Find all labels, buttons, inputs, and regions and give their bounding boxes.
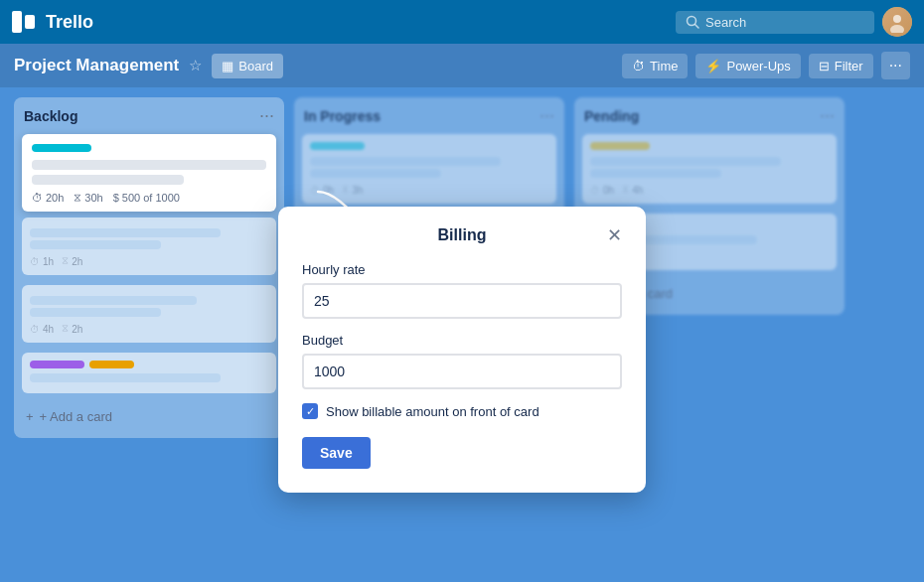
- add-card-backlog[interactable]: + + Add a card: [22, 403, 276, 430]
- card-effort-value: 30h: [84, 192, 102, 204]
- card-budget-value: 500 of 1000: [122, 192, 180, 204]
- board-view-button[interactable]: ▦ Board: [212, 54, 283, 78]
- effort-icon: ⧖: [74, 191, 81, 204]
- avatar-person-icon: [886, 11, 908, 33]
- ph-meta-2: ⧖ 2h: [62, 255, 82, 267]
- app-logo[interactable]: Trello: [12, 11, 93, 33]
- filter-icon: ⊟: [819, 59, 830, 73]
- filter-button[interactable]: ⊟ Filter: [809, 54, 873, 78]
- board-nav-right: ⏱ Time ⚡ Power-Ups ⊟ Filter ···: [622, 52, 910, 79]
- trello-logo-icon: [12, 11, 40, 33]
- ph-effort-icon-2: ⧖: [62, 323, 69, 335]
- lightning-icon: ⚡: [705, 59, 721, 73]
- column-in-progress-menu[interactable]: ···: [539, 105, 554, 126]
- budget-input[interactable]: [302, 354, 622, 389]
- budget-label: Budget: [302, 333, 622, 348]
- ph-footer-ip: ⏱ 0h ⧖ 3h: [310, 184, 548, 196]
- save-button[interactable]: Save: [302, 437, 371, 469]
- card-label-ip: [310, 142, 365, 150]
- app-name: Trello: [46, 12, 93, 33]
- ph-meta-1: ⏱ 1h: [30, 255, 54, 267]
- column-pending-header: Pending ···: [582, 105, 837, 128]
- hourly-rate-label: Hourly rate: [302, 262, 622, 277]
- column-pending-menu[interactable]: ···: [820, 105, 835, 126]
- powerups-button[interactable]: ⚡ Power-Ups: [695, 54, 800, 78]
- ph-effort-icon: ⧖: [62, 255, 69, 267]
- ph-time: 1h: [43, 256, 54, 267]
- card-label-orange: [89, 361, 134, 368]
- checkbox-label: Show billable amount on front of card: [326, 404, 539, 419]
- board-icon: ▦: [222, 59, 233, 73]
- hourly-rate-input[interactable]: [302, 283, 622, 319]
- svg-point-3: [890, 25, 904, 33]
- powerups-label: Power-Ups: [726, 59, 790, 73]
- ph-meta-ip1: ⏱ 0h: [310, 184, 334, 196]
- card-backlog-4[interactable]: [22, 353, 276, 393]
- card-effort-meta: ⧖ 30h: [74, 191, 102, 204]
- card-backlog-2[interactable]: ⏱ 1h ⧖ 2h: [22, 218, 276, 275]
- time-button[interactable]: ⏱ Time: [622, 54, 688, 78]
- ph-row-ip2: [310, 169, 441, 178]
- ph-footer-1: ⏱ 1h ⧖ 2h: [30, 255, 268, 267]
- ph-meta-p1: ⏱ 0h: [590, 184, 614, 196]
- card-label-cyan: [32, 144, 91, 152]
- ph-row-p2: [590, 169, 721, 178]
- ph-effort: 2h: [72, 256, 82, 267]
- column-backlog-title: Backlog: [24, 108, 77, 124]
- board-title: Project Management: [14, 56, 179, 75]
- clock-small-icon: ⏱: [32, 192, 43, 204]
- card-time-value: 20h: [46, 192, 64, 204]
- card-ip-1[interactable]: ⏱ 0h ⧖ 3h: [302, 134, 556, 204]
- clock-icon: ⏱: [632, 59, 645, 73]
- search-bar[interactable]: Search: [676, 11, 874, 34]
- card-p-1[interactable]: ⏱ 0h ⧖ 4h: [582, 134, 837, 204]
- modal-title: Billing: [438, 226, 487, 244]
- billing-modal: Billing ✕ Hourly rate Budget ✓ Show bill…: [278, 207, 646, 493]
- show-billable-checkbox[interactable]: ✓: [302, 403, 318, 419]
- ph-effort-2: 2h: [72, 324, 82, 335]
- time-label: Time: [650, 59, 678, 73]
- board-label: Board: [238, 59, 273, 73]
- card-text-1: [32, 160, 266, 170]
- board-area: Backlog ··· ⏱ 20h ⧖ 30h $ 500 of 1000: [0, 87, 924, 582]
- checkmark-icon: ✓: [306, 405, 315, 418]
- ph-row-2: [30, 240, 161, 249]
- star-icon[interactable]: ☆: [189, 57, 202, 74]
- ph-row-ip1: [310, 157, 501, 166]
- ph-row-3: [30, 296, 197, 305]
- ph-footer-2: ⏱ 4h ⧖ 2h: [30, 323, 268, 335]
- add-card-label: + Add a card: [40, 409, 112, 424]
- ph-row-5: [30, 373, 221, 382]
- ph-row-p1: [590, 157, 781, 166]
- search-icon: [686, 15, 699, 29]
- search-label: Search: [705, 15, 746, 30]
- ph-meta-4: ⧖ 2h: [62, 323, 82, 335]
- card-budget-meta: $ 500 of 1000: [113, 192, 180, 204]
- modal-close-button[interactable]: ✕: [607, 226, 622, 244]
- more-options-button[interactable]: ···: [881, 52, 910, 79]
- card-footer: ⏱ 20h ⧖ 30h $ 500 of 1000: [32, 191, 266, 204]
- card-backlog-3[interactable]: ⏱ 4h ⧖ 2h: [22, 285, 276, 343]
- modal-header: Billing ✕: [302, 226, 622, 244]
- column-backlog-menu[interactable]: ···: [259, 105, 274, 126]
- ph-meta-3: ⏱ 4h: [30, 323, 54, 335]
- dollar-icon: $: [113, 192, 119, 204]
- card-label-yellow: [590, 142, 650, 150]
- avatar[interactable]: [882, 7, 912, 37]
- column-in-progress-title: In Progress: [304, 108, 381, 124]
- column-in-progress-header: In Progress ···: [302, 105, 556, 128]
- hourly-rate-group: Hourly rate: [302, 262, 622, 319]
- card-label-purple: [30, 361, 84, 368]
- card-time-meta: ⏱ 20h: [32, 192, 64, 204]
- card-backlog-1[interactable]: ⏱ 20h ⧖ 30h $ 500 of 1000: [22, 134, 276, 212]
- card-text-2: [32, 175, 184, 185]
- svg-line-1: [695, 25, 699, 29]
- ph-meta-ip2: ⧖ 3h: [342, 184, 363, 196]
- column-backlog-header: Backlog ···: [22, 105, 276, 128]
- ph-time-2: 4h: [43, 324, 54, 335]
- column-backlog: Backlog ··· ⏱ 20h ⧖ 30h $ 500 of 1000: [14, 97, 284, 438]
- board-navigation: Project Management ☆ ▦ Board ⏱ Time ⚡ Po…: [0, 44, 924, 87]
- plus-icon: +: [26, 409, 34, 424]
- column-pending-title: Pending: [584, 108, 639, 124]
- filter-label: Filter: [835, 59, 863, 73]
